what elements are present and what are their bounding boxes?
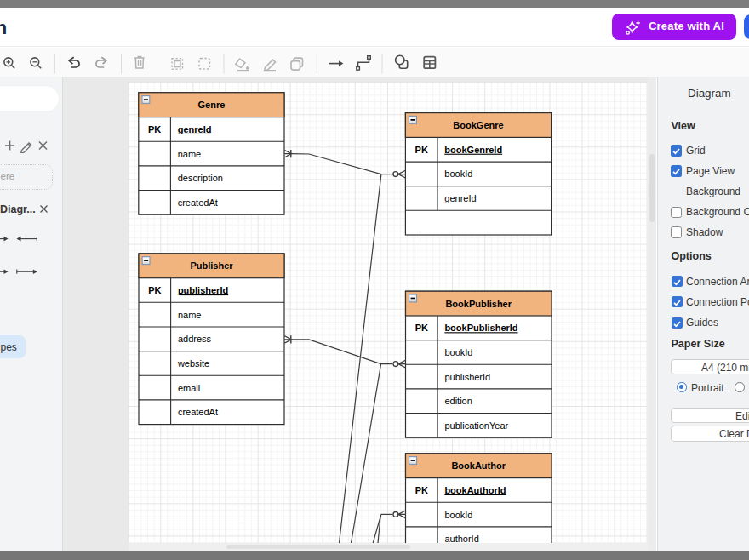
svg-text:edition: edition — [444, 396, 472, 406]
svg-text:PK: PK — [415, 323, 428, 333]
svg-text:bookId: bookId — [444, 169, 472, 179]
svg-text:name: name — [178, 149, 202, 159]
svg-text:publisherId: publisherId — [178, 285, 228, 295]
svg-text:bookAuthorId: bookAuthorId — [444, 485, 506, 495]
svg-text:PK: PK — [415, 145, 428, 155]
svg-text:genreId: genreId — [444, 193, 476, 203]
svg-text:Publisher: Publisher — [190, 260, 233, 271]
svg-text:email: email — [178, 383, 200, 393]
svg-text:bookGenreId: bookGenreId — [444, 145, 502, 155]
svg-text:description: description — [178, 173, 223, 183]
svg-text:bookPublisherId: bookPublisherId — [444, 323, 517, 333]
svg-text:name: name — [178, 310, 202, 320]
svg-text:PK: PK — [148, 124, 161, 134]
svg-text:publicationYear: publicationYear — [444, 420, 508, 431]
svg-text:genreId: genreId — [178, 124, 212, 134]
svg-text:createdAt: createdAt — [178, 197, 218, 208]
svg-text:createdAt: createdAt — [178, 407, 218, 417]
svg-text:Genre: Genre — [198, 100, 226, 110]
svg-text:publisherId: publisherId — [444, 372, 490, 382]
svg-text:BookAuthor: BookAuthor — [451, 460, 506, 471]
svg-text:address: address — [178, 334, 212, 344]
svg-text:bookId: bookId — [444, 347, 472, 357]
svg-text:BookPublisher: BookPublisher — [445, 299, 512, 309]
svg-text:website: website — [177, 358, 209, 369]
svg-text:PK: PK — [148, 285, 161, 295]
svg-text:bookId: bookId — [444, 510, 472, 520]
svg-text:BookGenre: BookGenre — [453, 120, 503, 130]
svg-text:PK: PK — [415, 485, 428, 495]
